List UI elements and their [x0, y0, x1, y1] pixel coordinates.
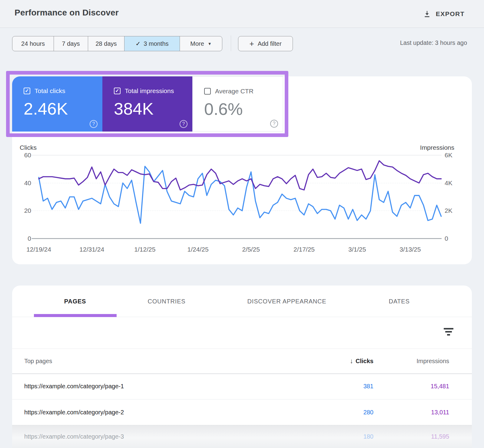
clicks-value: 280: [363, 400, 373, 425]
svg-text:3/1/25: 3/1/25: [348, 246, 366, 253]
impressions-value: 13,011: [431, 400, 449, 425]
page-url[interactable]: https://example.com/category/page-2: [24, 400, 124, 425]
clicks-value: 381: [363, 373, 373, 399]
range-3-months-label: 3 months: [144, 40, 168, 47]
download-icon: [423, 10, 431, 18]
tab-countries[interactable]: COUNTRIES: [148, 286, 186, 317]
tab-dates[interactable]: DATES: [389, 286, 409, 317]
clicks-column-label: Clicks: [356, 358, 373, 365]
sort-descending-icon: ↓: [350, 357, 353, 365]
range-3-months[interactable]: ✓ 3 months: [124, 36, 180, 51]
clicks-column-header[interactable]: ↓ Clicks: [350, 349, 373, 373]
svg-text:2K: 2K: [445, 207, 453, 214]
performance-chart-panel: ✓ Total clicks 2.46K ? ✓ Total impressio…: [12, 76, 472, 264]
dimensions-table-panel: PAGES COUNTRIES DISCOVER APPEARANCE DATE…: [12, 286, 472, 448]
svg-text:4K: 4K: [445, 179, 453, 186]
add-filter-label: Add filter: [258, 40, 282, 47]
svg-text:0: 0: [445, 235, 448, 242]
tab-pages[interactable]: PAGES: [64, 286, 86, 317]
svg-text:6K: 6K: [445, 152, 453, 159]
range-more-menu[interactable]: More ▼: [180, 36, 222, 51]
impressions-value: 11,595: [431, 425, 449, 448]
clicks-value: 180: [363, 425, 373, 448]
export-button[interactable]: EXPORT: [423, 8, 465, 20]
range-24-hours-label: 24 hours: [21, 40, 45, 47]
table-row[interactable]: https://example.com/category/page-2 280 …: [12, 399, 472, 425]
svg-text:2/17/25: 2/17/25: [293, 246, 315, 253]
impressions-value: 15,481: [431, 373, 449, 399]
svg-text:0: 0: [28, 235, 31, 242]
range-28-days[interactable]: 28 days: [88, 36, 124, 51]
page-url[interactable]: https://example.com/category/page-3: [24, 425, 124, 448]
svg-text:12/19/24: 12/19/24: [26, 246, 51, 253]
svg-text:2/5/25: 2/5/25: [242, 246, 260, 253]
svg-text:60: 60: [24, 152, 31, 159]
range-more-label: More: [190, 40, 204, 47]
svg-text:3/13/25: 3/13/25: [399, 246, 421, 253]
plus-icon: +: [249, 40, 254, 48]
page-header: Performance on Discover EXPORT: [0, 0, 484, 28]
date-range-control: 24 hours 7 days 28 days ✓ 3 months More …: [12, 36, 222, 51]
range-7-days[interactable]: 7 days: [54, 36, 88, 51]
add-filter-button[interactable]: + Add filter: [238, 36, 293, 51]
last-update-text: Last update: 3 hours ago: [400, 39, 467, 46]
table-row[interactable]: https://example.com/category/page-1 381 …: [12, 373, 472, 399]
toolbar-divider: [231, 35, 231, 51]
svg-text:12/31/24: 12/31/24: [79, 246, 104, 253]
range-24-hours[interactable]: 24 hours: [12, 36, 54, 51]
active-tab-underline: [34, 314, 117, 317]
table-tabs: PAGES COUNTRIES DISCOVER APPEARANCE DATE…: [12, 286, 472, 317]
table-header-row: Top pages ↓ Clicks Impressions: [12, 349, 472, 373]
range-28-days-label: 28 days: [95, 40, 117, 47]
svg-text:Impressions: Impressions: [420, 144, 454, 151]
check-icon: ✓: [135, 40, 141, 47]
svg-text:20: 20: [24, 207, 31, 214]
range-7-days-label: 7 days: [62, 40, 80, 47]
export-label: EXPORT: [436, 10, 465, 18]
svg-text:1/12/25: 1/12/25: [134, 246, 155, 253]
impressions-column-header[interactable]: Impressions: [416, 349, 449, 373]
page-title: Performance on Discover: [15, 8, 119, 18]
svg-text:Clicks: Clicks: [20, 144, 37, 151]
chevron-down-icon: ▼: [208, 42, 212, 46]
performance-line-chart[interactable]: 60402006K4K2K0ClicksImpressions12/19/241…: [12, 76, 472, 264]
page-url[interactable]: https://example.com/category/page-1: [24, 373, 124, 399]
filter-icon[interactable]: [443, 327, 454, 336]
svg-text:1/24/25: 1/24/25: [187, 246, 209, 253]
table-filter-row: [12, 317, 472, 349]
table-row-faded[interactable]: https://example.com/category/page-3 180 …: [12, 425, 472, 448]
filter-toolbar: 24 hours 7 days 28 days ✓ 3 months More …: [0, 28, 484, 61]
top-pages-column-header: Top pages: [24, 349, 52, 373]
svg-text:40: 40: [24, 179, 31, 186]
tab-discover-appearance[interactable]: DISCOVER APPEARANCE: [247, 286, 327, 317]
